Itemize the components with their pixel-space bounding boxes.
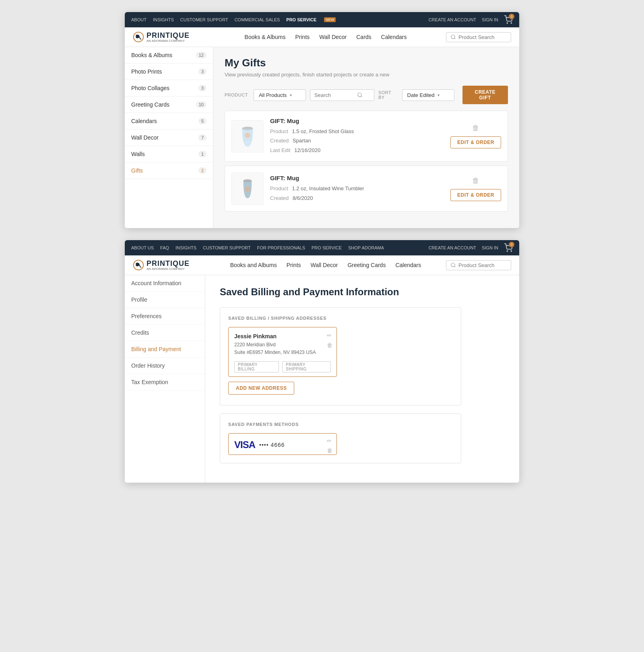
topbar-faq[interactable]: FAQ: [160, 245, 169, 250]
svg-point-15: [507, 251, 508, 251]
edit-card-icon[interactable]: ✏: [327, 438, 332, 444]
cart-icon-2[interactable]: 0: [504, 243, 513, 252]
create-gift-button[interactable]: CREATE GIFT: [462, 86, 508, 104]
topbar-sign-in-2[interactable]: SIGN IN: [482, 245, 498, 250]
topbar-for-professionals[interactable]: FOR PROFESSIONALS: [257, 245, 305, 250]
cart-icon[interactable]: 0: [504, 15, 513, 24]
nav-books-albums-2[interactable]: Books and Albums: [230, 260, 277, 270]
edit-order-button-1[interactable]: EDIT & ORDER: [450, 136, 501, 148]
window-billing-payment: ABOUT US FAQ INSIGHTS CUSTOMER SUPPORT F…: [125, 240, 519, 483]
content-area-2: Account Information Profile Preferences …: [125, 275, 519, 483]
topbar-commercial-sales[interactable]: COMMERCIAL SALES: [235, 17, 280, 22]
nav-calendars[interactable]: Calendars: [381, 32, 407, 42]
chevron-down-icon: ▾: [438, 93, 440, 97]
product-search-2[interactable]: [446, 260, 511, 270]
chevron-down-icon: ▾: [290, 93, 292, 97]
visa-number: •••• 4666: [259, 442, 285, 448]
gift-detail-product-1: Product 1.5 oz, Frosted Shot Glass: [270, 127, 444, 136]
payments-section: SAVED PAYMENTS METHODS ✏ 🗑 VISA •••• 466…: [220, 413, 461, 463]
sidebar-badge: 12: [196, 52, 206, 58]
topbar-shop-adorama[interactable]: SHOP ADORAMA: [348, 245, 384, 250]
logo-name-2: PRINTIQUE: [147, 259, 190, 268]
topbar-about[interactable]: ABOUT: [131, 17, 147, 22]
gift-name-1: GIFT: Mug: [270, 117, 444, 124]
topbar-pro-service-2[interactable]: PRO SERVICE: [312, 245, 342, 250]
topbar-insights-2[interactable]: INSIGHTS: [175, 245, 196, 250]
topbar-create-account-2[interactable]: CREATE AN ACCOUNT: [429, 245, 476, 250]
edit-label-1: Last Edit: [270, 147, 291, 153]
sidebar-item-account-info[interactable]: Account Information: [125, 275, 205, 292]
topbar-create-account[interactable]: CREATE AN ACCOUNT: [429, 17, 476, 22]
sidebar-item-books-albums[interactable]: Books & Albums 12: [125, 47, 213, 64]
sidebar-item-calendars[interactable]: Calendars 5: [125, 113, 213, 130]
sidebar-item-billing-payment[interactable]: Billing and Payment: [125, 341, 205, 358]
sidebar-badge: 1: [198, 151, 206, 157]
svg-point-11: [245, 132, 250, 138]
sidebar-item-profile[interactable]: Profile: [125, 292, 205, 308]
nav-cards[interactable]: Cards: [356, 32, 371, 42]
gift-info-1: GIFT: Mug Product 1.5 oz, Frosted Shot G…: [270, 117, 444, 155]
search-filter-input[interactable]: [314, 92, 355, 98]
primary-shipping-tag: PRIMARY SHIPPING: [282, 361, 331, 372]
billing-addresses-section: SAVED BILLING / SHIPPING ADDRESSES ✏ 🗑 J…: [220, 307, 461, 405]
nav-calendars-2[interactable]: Calendars: [395, 260, 421, 270]
main-nav-2: PRINTIQUE AN ADORAMA COMPANY Books and A…: [125, 255, 519, 275]
nav-prints-2[interactable]: Prints: [287, 260, 301, 270]
created-label-2: Created: [270, 195, 289, 201]
gift-info-2: GIFT: Mug Product 1.2 oz, Insulated Wine…: [270, 175, 444, 203]
sidebar-item-photo-prints[interactable]: Photo Prints 3: [125, 64, 213, 80]
svg-point-1: [511, 23, 512, 23]
cart-count-2: 0: [509, 242, 514, 247]
topbar-customer-support-2[interactable]: CUSTOMER SUPPORT: [203, 245, 251, 250]
main-content-1: My Gifts View previously created project…: [213, 47, 519, 228]
product-search-1[interactable]: [446, 32, 511, 42]
page-title-1: My Gifts: [225, 57, 508, 69]
search-input-1[interactable]: [458, 34, 507, 40]
svg-line-20: [454, 266, 456, 267]
main-content-2: Saved Billing and Payment Information SA…: [205, 275, 519, 483]
topbar-customer-support[interactable]: CUSTOMER SUPPORT: [180, 17, 228, 22]
svg-point-19: [451, 263, 455, 267]
sidebar-2: Account Information Profile Preferences …: [125, 275, 205, 483]
delete-card-icon[interactable]: 🗑: [327, 447, 332, 454]
content-area-1: Books & Albums 12 Photo Prints 3 Photo C…: [125, 47, 519, 228]
topbar-sign-in[interactable]: SIGN IN: [482, 17, 498, 22]
sidebar-badge: 3: [198, 85, 206, 91]
sidebar-badge: 7: [198, 134, 206, 141]
sidebar-item-wall-decor[interactable]: Wall Decor 7: [125, 130, 213, 146]
add-address-button[interactable]: ADD NEW ADDRESS: [228, 382, 294, 395]
sidebar-item-tax-exemption[interactable]: Tax Exemption: [125, 374, 205, 391]
topbar-about-us[interactable]: ABOUT US: [131, 245, 154, 250]
gift-card-2: GIFT: Mug Product 1.2 oz, Insulated Wine…: [225, 166, 508, 212]
payments-section-title: SAVED PAYMENTS METHODS: [228, 422, 453, 427]
nav-wall-decor-2[interactable]: Wall Decor: [311, 260, 338, 270]
edit-order-button-2[interactable]: EDIT & ORDER: [450, 189, 501, 201]
sidebar-item-greeting-cards[interactable]: Greeting Cards 10: [125, 97, 213, 113]
billing-section-title: SAVED BILLING / SHIPPING ADDRESSES: [228, 316, 453, 321]
search-input-2[interactable]: [458, 262, 507, 268]
search-filter[interactable]: [310, 89, 374, 101]
nav-greeting-cards-2[interactable]: Greeting Cards: [347, 260, 386, 270]
sidebar-item-gifts[interactable]: Gifts 2: [125, 162, 213, 179]
product-dropdown[interactable]: All Products ▾: [254, 89, 306, 101]
sidebar-item-walls[interactable]: Walls 1: [125, 146, 213, 162]
nav-wall-decor[interactable]: Wall Decor: [319, 32, 347, 42]
nav-books-albums[interactable]: Books & Albums: [245, 32, 286, 42]
topbar-insights[interactable]: INSIGHTS: [153, 17, 174, 22]
delete-address-icon[interactable]: 🗑: [327, 342, 332, 348]
product-value-2: 1.2 oz, Insulated Wine Tumbler: [292, 185, 364, 191]
edit-address-icon[interactable]: ✏: [327, 332, 332, 339]
delete-icon-1[interactable]: 🗑: [472, 124, 479, 132]
svg-point-14: [245, 186, 251, 192]
sidebar-item-credits[interactable]: Credits: [125, 325, 205, 341]
sidebar-item-preferences[interactable]: Preferences: [125, 308, 205, 325]
nav-prints[interactable]: Prints: [295, 32, 310, 42]
card-actions: ✏ 🗑: [327, 438, 332, 454]
sidebar-item-photo-collages[interactable]: Photo Collages 3: [125, 80, 213, 97]
delete-icon-2[interactable]: 🗑: [472, 177, 479, 185]
sort-value: Date Edited: [407, 92, 435, 98]
sort-dropdown[interactable]: Date Edited ▾: [402, 89, 454, 101]
product-value-1: 1.5 oz, Frosted Shot Glass: [292, 128, 354, 134]
sidebar-item-order-history[interactable]: Order History: [125, 358, 205, 374]
svg-point-4: [451, 35, 455, 39]
